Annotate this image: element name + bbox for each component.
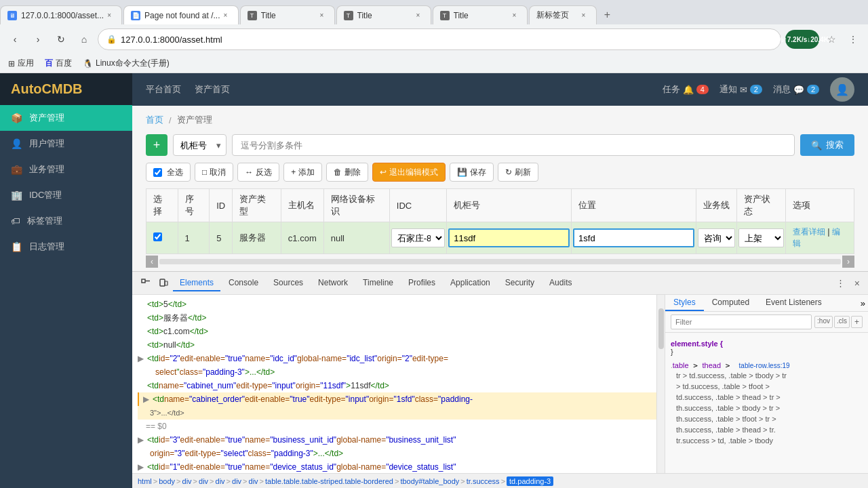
- styles-more-button[interactable]: »: [861, 295, 868, 311]
- row-checkbox[interactable]: [153, 232, 162, 241]
- nav-asset[interactable]: 资产首页: [195, 81, 230, 98]
- select-all-button[interactable]: 全选: [146, 163, 191, 182]
- code-scrollbar[interactable]: [656, 295, 665, 473]
- status-select[interactable]: 上架: [738, 228, 784, 247]
- home-button[interactable]: ⌂: [75, 30, 94, 49]
- add-record-button[interactable]: + 添加: [283, 163, 322, 182]
- bc-table[interactable]: table.table.table-striped.table-bordered: [265, 477, 393, 485]
- search-button[interactable]: 🔍 搜索: [800, 134, 854, 156]
- tab-console[interactable]: Console: [222, 275, 265, 291]
- location-input[interactable]: [573, 228, 694, 247]
- bookmark-apps[interactable]: ⊞ 应用: [5, 56, 37, 70]
- devtools-menu-button[interactable]: ⋮: [833, 275, 849, 291]
- tab-1[interactable]: 🖥 127.0.0.1:8000/asset... ×: [0, 5, 122, 24]
- bc-div-3[interactable]: div: [216, 477, 225, 485]
- bc-html[interactable]: html: [138, 477, 152, 485]
- inspect-element-button[interactable]: [138, 275, 154, 291]
- scroll-right-button[interactable]: ›: [842, 256, 854, 268]
- tab-close-6[interactable]: ×: [578, 10, 589, 21]
- bc-td[interactable]: td.padding-3: [507, 476, 553, 486]
- bc-tbody[interactable]: tbody#table_body: [400, 477, 459, 485]
- device-toggle-button[interactable]: [155, 275, 172, 291]
- header-nav: 平台首页 资产首页: [146, 81, 230, 98]
- tab-close-5[interactable]: ×: [509, 10, 520, 21]
- tab-close-3[interactable]: ×: [317, 10, 328, 21]
- tab-5[interactable]: T Title ×: [433, 5, 528, 24]
- business-select[interactable]: 咨询: [698, 228, 735, 247]
- bc-div-1[interactable]: div: [182, 477, 192, 485]
- tab-close-2[interactable]: ×: [220, 10, 231, 21]
- bookmark-linux[interactable]: 🐧 Linux命令大全(手册): [80, 56, 172, 70]
- styles-filter-input[interactable]: [671, 314, 812, 329]
- tab-6[interactable]: 新标签页 ×: [529, 5, 597, 24]
- code-line-7[interactable]: ▶ <td name="cabinet_order" edit-enable="…: [138, 392, 659, 406]
- asset-icon: 📦: [11, 113, 22, 123]
- styles-source-link[interactable]: table-row.less:19: [739, 362, 790, 369]
- back-button[interactable]: ‹: [5, 30, 24, 49]
- cls-hint[interactable]: .cls: [834, 316, 850, 328]
- bc-tr[interactable]: tr.success: [467, 477, 500, 485]
- search-field-select[interactable]: 机柜号: [173, 134, 226, 156]
- notify-badge[interactable]: 通知 ✉ 2: [719, 83, 762, 96]
- bc-div-2[interactable]: div: [199, 477, 208, 485]
- tab-timeline[interactable]: Timeline: [356, 275, 400, 291]
- tab-network[interactable]: Network: [311, 275, 355, 291]
- devtools-close-button[interactable]: ×: [852, 275, 863, 291]
- tab-audits[interactable]: Audits: [542, 275, 578, 291]
- tab-4[interactable]: T Title ×: [336, 5, 431, 24]
- nav-platform[interactable]: 平台首页: [146, 81, 181, 98]
- add-button[interactable]: +: [146, 134, 167, 156]
- message-badge[interactable]: 消息 💬 2: [773, 83, 819, 96]
- styles-tab-computed[interactable]: Computed: [704, 295, 757, 311]
- tab-2[interactable]: 📄 Page not found at /... ×: [123, 5, 238, 24]
- cancel-button[interactable]: □ 取消: [195, 163, 233, 182]
- select-all-checkbox[interactable]: [153, 168, 162, 177]
- tab-3[interactable]: T Title ×: [240, 5, 335, 24]
- bc-body[interactable]: body: [159, 477, 175, 485]
- view-detail-link[interactable]: 查看详细: [793, 227, 825, 237]
- tab-security[interactable]: Security: [498, 275, 541, 291]
- bc-div-5[interactable]: div: [249, 477, 258, 485]
- sidebar-item-business[interactable]: 💼 业务管理: [0, 157, 132, 182]
- hover-hint[interactable]: :hov: [814, 316, 833, 328]
- tab-close-4[interactable]: ×: [413, 10, 424, 21]
- add-style-button[interactable]: +: [851, 316, 863, 328]
- user-avatar[interactable]: 👤: [830, 77, 854, 102]
- refresh-button[interactable]: ↻: [52, 30, 71, 49]
- delete-button[interactable]: 🗑 删除: [326, 163, 368, 182]
- search-input[interactable]: [232, 134, 795, 156]
- settings-button[interactable]: ⋮: [844, 30, 863, 49]
- cabinet-input[interactable]: [448, 228, 570, 247]
- bc-div-4[interactable]: div: [232, 477, 241, 485]
- breadcrumb-home[interactable]: 首页: [146, 114, 163, 126]
- sidebar-item-log[interactable]: 📋 日志管理: [0, 234, 132, 260]
- code-scrollbar-thumb[interactable]: [658, 308, 664, 349]
- sidebar-item-user[interactable]: 👤 用户管理: [0, 131, 132, 157]
- styles-tab-styles[interactable]: Styles: [665, 295, 704, 311]
- idc-select[interactable]: 石家庄-8: [391, 228, 446, 247]
- address-bar[interactable]: 🔒 127.0.0.1:8000/asset.html: [98, 28, 781, 50]
- sidebar-item-idc[interactable]: 🏢 IDC管理: [0, 182, 132, 208]
- tab-profiles[interactable]: Profiles: [401, 275, 442, 291]
- bookmark-baidu[interactable]: 百 百度: [42, 56, 75, 70]
- new-tab-button[interactable]: +: [598, 5, 617, 24]
- bookmark-button[interactable]: ☆: [822, 30, 841, 49]
- tab-sources[interactable]: Sources: [267, 275, 310, 291]
- scroll-left-button[interactable]: ‹: [146, 256, 158, 268]
- styles-tab-events[interactable]: Event Listeners: [757, 295, 830, 311]
- save-button[interactable]: 💾 保存: [450, 163, 494, 182]
- task-badge[interactable]: 任务 🔔 4: [663, 83, 709, 96]
- sidebar-item-asset-label: 资产管理: [29, 112, 64, 124]
- tab-application[interactable]: Application: [443, 275, 497, 291]
- breadcrumb: 首页 / 资产管理: [146, 114, 854, 126]
- tab-elements[interactable]: Elements: [173, 275, 220, 291]
- sidebar-item-tag[interactable]: 🏷 标签管理: [0, 208, 132, 234]
- refresh-data-button[interactable]: ↻ 刷新: [498, 163, 538, 182]
- tab-title-6: 新标签页: [536, 9, 578, 21]
- invert-icon: ↔: [245, 167, 253, 177]
- forward-button[interactable]: ›: [28, 30, 47, 49]
- exit-edit-button[interactable]: ↩ 退出编辑模式: [372, 163, 446, 182]
- tab-close-1[interactable]: ×: [104, 10, 115, 21]
- invert-button[interactable]: ↔ 反选: [237, 163, 279, 182]
- sidebar-item-asset[interactable]: 📦 资产管理: [0, 105, 132, 131]
